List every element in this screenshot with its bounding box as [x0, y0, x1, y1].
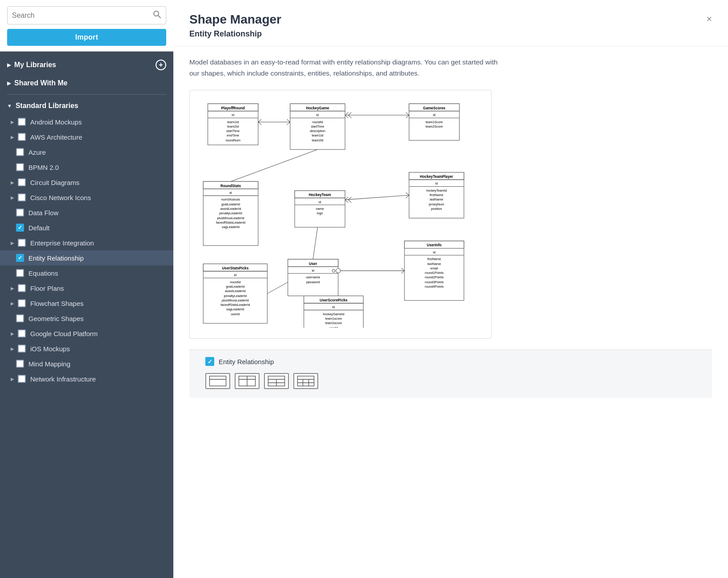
standard-libraries-header[interactable]: ▼ Standard Libraries — [0, 97, 173, 114]
svg-text:position: position — [431, 207, 442, 211]
standard-arrow: ▼ — [7, 103, 12, 108]
svg-text:name: name — [316, 207, 324, 211]
google-cloud-label: Google Cloud Platform — [30, 330, 166, 337]
android-mockups-checkbox[interactable] — [18, 118, 26, 126]
circuit-checkbox[interactable] — [18, 178, 26, 186]
shared-with-me-header[interactable]: ▶ Shared With Me — [0, 75, 173, 92]
sidebar-item-ios-mockups[interactable]: ▶ iOS Mockups — [0, 341, 173, 356]
close-button[interactable]: × — [706, 14, 712, 24]
floor-plans-checkbox[interactable] — [18, 284, 26, 292]
shape-icon-4 — [293, 373, 318, 389]
entity-checkbox[interactable] — [16, 254, 24, 262]
android-mockups-label: Android Mockups — [30, 118, 166, 126]
network-checkbox[interactable] — [18, 375, 26, 383]
svg-line-110 — [313, 227, 317, 259]
svg-text:goalLeaderId: goalLeaderId — [221, 202, 240, 206]
android-mockups-arrow: ▶ — [11, 120, 14, 124]
svg-text:UserScorePicks: UserScorePicks — [320, 298, 348, 302]
entity-label: Entity Relationship — [28, 254, 166, 262]
equations-label: Equations — [28, 269, 166, 277]
mind-mapping-label: Mind Mapping — [28, 360, 166, 368]
svg-text:RoundStats: RoundStats — [220, 184, 241, 188]
svg-text:id: id — [435, 181, 438, 185]
sidebar-item-network-infrastructure[interactable]: ▶ Network Infrastructure — [0, 371, 173, 386]
svg-text:goalLeaderId: goalLeaderId — [226, 285, 244, 289]
svg-text:team1Id: team1Id — [227, 120, 239, 124]
page-title: Shape Manager — [189, 12, 706, 27]
svg-line-77 — [345, 195, 409, 200]
enterprise-arrow: ▶ — [11, 241, 14, 245]
enterprise-checkbox[interactable] — [18, 239, 26, 247]
svg-line-76 — [231, 149, 318, 181]
svg-text:firstName: firstName — [428, 257, 441, 261]
svg-text:GameScores: GameScores — [423, 106, 446, 110]
sidebar-item-floor-plans[interactable]: ▶ Floor Plans — [0, 281, 173, 296]
sidebar-item-google-cloud[interactable]: ▶ Google Cloud Platform — [0, 326, 173, 341]
svg-text:round3Points: round3Points — [425, 280, 444, 284]
svg-text:faceoffStatsLeaderId: faceoffStatsLeaderId — [220, 303, 250, 307]
cisco-checkbox[interactable] — [18, 193, 26, 201]
svg-text:penaltyLeaderId: penaltyLeaderId — [224, 293, 247, 297]
sidebar-item-enterprise-integration[interactable]: ▶ Enterprise Integration — [0, 235, 173, 250]
add-library-button[interactable]: + — [156, 60, 166, 70]
sidebar-item-entity-relationship[interactable]: Entity Relationship — [0, 250, 173, 265]
network-label: Network Infrastructure — [30, 375, 166, 383]
flowchart-checkbox[interactable] — [18, 299, 26, 307]
sidebar-item-geometric-shapes[interactable]: Geometric Shapes — [0, 311, 173, 326]
svg-text:roundId: roundId — [312, 120, 323, 124]
sidebar-item-cisco-network-icons[interactable]: ▶ Cisco Network Icons — [0, 190, 173, 205]
shape-icon-1 — [205, 373, 230, 389]
bottom-checkbox-row: Entity Relationship — [205, 357, 696, 366]
svg-text:logo: logo — [317, 211, 323, 215]
svg-text:startTime: startTime — [226, 129, 240, 133]
sidebar-item-android-mockups[interactable]: ▶ Android Mockups — [0, 114, 173, 129]
svg-text:id: id — [312, 269, 314, 273]
sidebar-item-flowchart-shapes[interactable]: ▶ Flowchart Shapes — [0, 296, 173, 311]
bpmn-checkbox[interactable] — [16, 163, 24, 171]
er-diagram-svg: PlayoffRound id team1Id team2Id startTim… — [199, 99, 482, 328]
svg-text:numShutouts: numShutouts — [221, 197, 240, 201]
svg-text:team1score: team1score — [325, 317, 342, 321]
floor-plans-label: Floor Plans — [30, 285, 166, 292]
sidebar-item-aws-architecture[interactable]: ▶ AWS Architecture — [0, 129, 173, 144]
geometric-checkbox[interactable] — [16, 314, 24, 322]
sidebar-item-data-flow[interactable]: Data Flow — [0, 205, 173, 220]
aws-checkbox[interactable] — [18, 133, 26, 141]
svg-text:id: id — [229, 191, 232, 195]
azure-checkbox[interactable] — [16, 148, 24, 156]
equations-checkbox[interactable] — [16, 269, 24, 277]
google-cloud-checkbox[interactable] — [18, 329, 26, 337]
ios-arrow: ▶ — [11, 346, 14, 351]
mind-mapping-checkbox[interactable] — [16, 360, 24, 368]
svg-text:User: User — [309, 261, 317, 265]
bottom-entity-checkbox[interactable] — [205, 357, 214, 366]
svg-text:roundId: roundId — [230, 280, 240, 284]
main-header: Shape Manager Entity Relationship × — [173, 0, 728, 46]
data-flow-checkbox[interactable] — [16, 209, 24, 217]
svg-text:HockeyGame: HockeyGame — [306, 106, 330, 110]
sidebar-item-equations[interactable]: Equations — [0, 265, 173, 281]
sidebar-item-azure[interactable]: Azure — [0, 144, 173, 160]
sidebar-top: Import — [0, 0, 173, 52]
search-input[interactable] — [12, 12, 152, 20]
import-button[interactable]: Import — [7, 29, 166, 46]
search-box[interactable] — [7, 6, 166, 24]
my-libraries-header[interactable]: ▶ My Libraries + — [0, 55, 173, 75]
svg-text:faceoffStatsLeaderId: faceoffStatsLeaderId — [216, 220, 245, 224]
default-checkbox[interactable] — [16, 224, 24, 232]
aws-arrow: ▶ — [11, 135, 14, 140]
ios-checkbox[interactable] — [18, 345, 26, 353]
sidebar-item-default[interactable]: Default — [0, 220, 173, 235]
svg-line-81 — [345, 200, 348, 202]
shared-arrow: ▶ — [7, 80, 11, 86]
svg-text:username: username — [306, 275, 320, 279]
network-arrow: ▶ — [11, 377, 14, 381]
sidebar-item-circuit-diagrams[interactable]: ▶ Circuit Diagrams — [0, 175, 173, 190]
sidebar-item-bpmn[interactable]: BPMN 2.0 — [0, 160, 173, 175]
svg-text:plusMinusLeaderId: plusMinusLeaderId — [217, 216, 244, 220]
svg-text:team2score: team2score — [325, 321, 342, 325]
svg-text:id: id — [232, 113, 234, 117]
svg-text:id: id — [433, 113, 436, 117]
page-subtitle: Entity Relationship — [189, 29, 706, 39]
sidebar-item-mind-mapping[interactable]: Mind Mapping — [0, 356, 173, 371]
